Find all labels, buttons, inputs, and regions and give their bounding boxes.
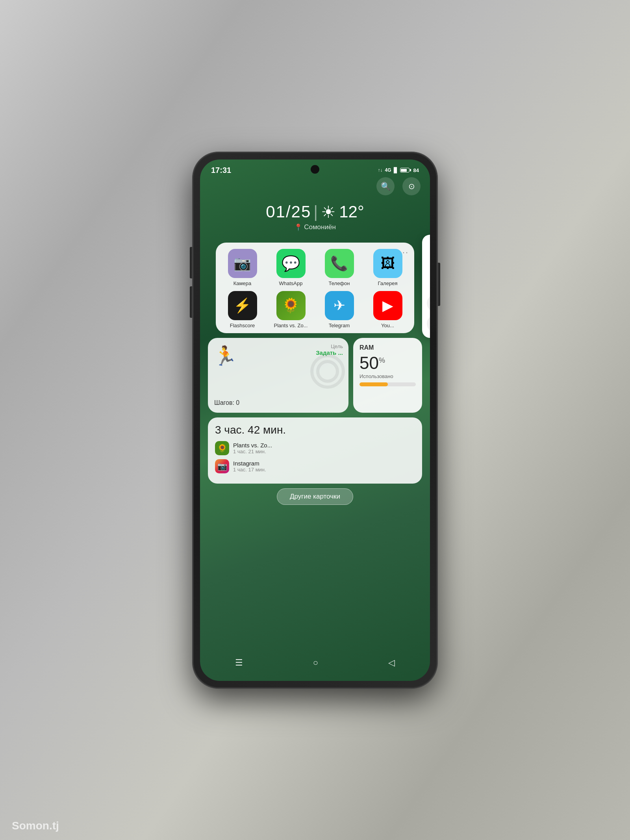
search-button[interactable]: 🔍 [376,177,395,195]
home-nav-button[interactable]: ○ [313,658,318,668]
steps-decoration [310,354,345,391]
status-time: 17:31 [211,166,231,175]
screentime-app-instagram: 📷 Instagram 1 час. 17 мин. [215,459,415,473]
front-camera [311,165,319,174]
date-display: 01/25 [266,202,311,221]
phone-app-label: Телефон [329,280,350,286]
apps-card-wrapper: ··· 📷 Камера 💬 W [208,243,422,333]
location-pin-icon: 📍 [294,223,302,232]
flashscore-app-label: Flashscore [230,323,255,328]
date-separator: | [313,202,319,221]
ram-bar-track [359,382,416,386]
pvz-app-name: Plants vs. Zo... [233,442,415,449]
instagram-app-time: 1 час. 17 мин. [233,467,415,473]
pvz-app-time: 1 час. 21 мин. [233,449,415,454]
phone-device: 17:31 ↑↓ 4G ▊ 84 🔍 ⊙ [193,152,437,688]
speaker-button[interactable]: 🔊 [427,295,430,312]
pvz-screentime-icon: 🌻 [215,441,229,455]
weather-display: ☀ 12° [321,202,364,222]
app-pvz[interactable]: 🌻 Plants vs. Zo... [269,291,313,328]
telegram-app-label: Telegram [329,323,350,328]
sun-icon: ☀ [321,202,336,222]
menu-nav-button[interactable]: ☰ [235,658,243,668]
instagram-app-name: Instagram [233,460,415,467]
instagram-screentime-info: Instagram 1 час. 17 мин. [233,460,415,473]
apps-grid: 📷 Камера 💬 WhatsApp 📞 [220,249,410,328]
app-flashscore[interactable]: ⚡ Flashscore [220,291,264,328]
app-camera[interactable]: 📷 Камера [220,249,264,286]
network-icon: 4G [385,167,391,173]
svg-point-1 [318,362,337,381]
other-cards-button[interactable]: Другие карточки [277,488,353,505]
ram-percent-display: 50% [359,354,416,372]
app-phone[interactable]: 📞 Телефон [317,249,361,286]
instagram-screentime-icon: 📷 [215,459,229,473]
pvz-app-icon: 🌻 [276,291,306,320]
settings-button[interactable]: ⊙ [402,177,421,195]
phone-shell: 17:31 ↑↓ 4G ▊ 84 🔍 ⊙ [193,152,437,688]
volume-up-button[interactable] [190,247,192,278]
bell-button[interactable]: 🔔 [427,315,430,332]
steps-widget: Цель Задать ... 🏃 Шагов: 0 [208,338,348,413]
whatsapp-app-label: WhatsApp [279,280,303,286]
app-whatsapp[interactable]: 💬 WhatsApp [269,249,313,286]
wifi-icon: ▊ [394,167,398,173]
status-icons: ↑↓ 4G ▊ 84 [378,167,419,173]
widgets-row: Цель Задать ... 🏃 Шагов: 0 [208,338,422,413]
signal-icon: ↑↓ [378,167,383,173]
volume-down-button[interactable] [190,286,192,318]
running-figure-icon: 🏃 [213,345,237,367]
pvz-app-label: Plants vs. Zo... [274,323,308,328]
camera-app-label: Камера [233,280,251,286]
flashscore-app-icon: ⚡ [228,291,257,320]
watermark: Somon.tj [12,820,59,832]
other-cards-section: Другие карточки [200,488,430,505]
ram-widget: RAM 50% Использовано [353,338,422,413]
app-youtube[interactable]: ▶ You... [366,291,410,328]
date-weather-widget: 01/25 | ☀ 12° 📍 Сомониён [200,198,430,239]
location-display: 📍 Сомониён [200,223,430,232]
volume-panel: 🔊 🔔 [422,235,430,338]
screentime-app-pvz: 🌻 Plants vs. Zo... 1 час. 21 мин. [215,441,415,455]
back-nav-button[interactable]: ◁ [388,658,395,668]
app-telegram[interactable]: ✈ Telegram [317,291,361,328]
telegram-app-icon: ✈ [325,291,354,320]
steps-count: Шагов: 0 [214,399,239,406]
pvz-screentime-info: Plants vs. Zo... 1 час. 21 мин. [233,442,415,454]
top-actions: 🔍 ⊙ [200,177,430,195]
gallery-app-label: Галерея [378,280,398,286]
battery-percent: 84 [413,167,419,173]
ram-title: RAM [359,344,416,351]
phone-app-icon: 📞 [325,249,354,278]
battery-icon [400,168,411,172]
gallery-app-icon: 🖼 [373,249,402,278]
phone-screen: 17:31 ↑↓ 4G ▊ 84 🔍 ⊙ [200,159,430,681]
youtube-app-icon: ▶ [373,291,402,320]
steps-goal-label: Цель [316,343,343,349]
screentime-widget: 3 час. 42 мин. 🌻 Plants vs. Zo... 1 час.… [208,417,422,484]
screentime-total: 3 час. 42 мин. [215,424,415,436]
whatsapp-app-icon: 💬 [276,249,306,278]
ram-bar-fill [359,382,388,386]
camera-app-icon: 📷 [228,249,257,278]
navigation-bar: ☰ ○ ◁ [200,649,430,681]
apps-card: ··· 📷 Камера 💬 W [216,243,414,333]
temperature-display: 12° [339,202,364,221]
ram-used-label: Использовано [359,373,416,379]
power-button[interactable] [438,263,440,306]
youtube-app-label: You... [381,323,394,328]
